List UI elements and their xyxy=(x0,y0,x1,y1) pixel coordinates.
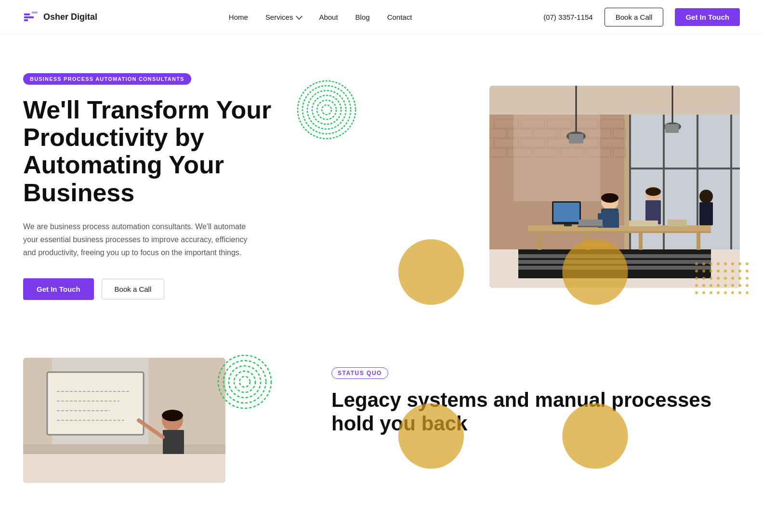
nav-link-blog[interactable]: Blog xyxy=(355,13,370,21)
svg-rect-68 xyxy=(569,134,583,143)
hero-get-in-touch-button[interactable]: Get In Touch xyxy=(23,278,94,300)
nav-item-blog[interactable]: Blog xyxy=(355,13,370,22)
hero-buttons: Get In Touch Book a Call xyxy=(23,278,293,300)
second-section-image xyxy=(23,358,225,483)
logo-text: Osher Digital xyxy=(43,12,97,22)
nav-item-services[interactable]: Services xyxy=(265,13,302,21)
svg-rect-3 xyxy=(32,12,38,13)
hero-title: We'll Transform Your Productivity by Aut… xyxy=(23,96,293,207)
logo-link[interactable]: Osher Digital xyxy=(23,10,97,25)
nav-link-contact[interactable]: Contact xyxy=(387,13,412,21)
phone-number: (07) 3357-1154 xyxy=(543,13,593,21)
svg-point-119 xyxy=(562,403,628,468)
svg-rect-2 xyxy=(24,19,28,21)
svg-point-9 xyxy=(322,105,331,115)
svg-point-149 xyxy=(224,361,266,403)
book-call-button[interactable]: Book a Call xyxy=(605,8,664,26)
logo-icon xyxy=(23,10,39,25)
svg-rect-147 xyxy=(23,454,225,483)
hero-book-call-button[interactable]: Book a Call xyxy=(102,279,165,299)
whiteboard-scene-image xyxy=(23,358,225,483)
green-swirl-second-decoration-icon xyxy=(216,353,274,411)
nav-menu: Home Services About Blog Contact xyxy=(229,13,412,22)
hero-section: Business Process Automation Consultants … xyxy=(0,35,763,329)
hero-description: We are business process automation consu… xyxy=(23,220,254,260)
svg-rect-11 xyxy=(489,86,740,115)
nav-link-about[interactable]: About xyxy=(319,13,338,21)
svg-point-4 xyxy=(298,81,355,139)
hero-content: Business Process Automation Consultants … xyxy=(23,73,293,300)
hero-image-area xyxy=(322,86,740,288)
navbar: Osher Digital Home Services About Blog C… xyxy=(0,0,763,35)
svg-point-117 xyxy=(562,239,628,305)
svg-point-148 xyxy=(218,355,271,408)
nav-item-home[interactable]: Home xyxy=(229,13,248,22)
nav-link-home[interactable]: Home xyxy=(229,13,248,21)
services-chevron-icon xyxy=(296,13,303,20)
hero-badge: Business Process Automation Consultants xyxy=(23,73,191,85)
svg-point-145 xyxy=(162,410,183,421)
get-in-touch-button[interactable]: Get In Touch xyxy=(675,8,740,26)
svg-rect-0 xyxy=(24,13,30,15)
svg-point-151 xyxy=(234,371,255,392)
nav-link-services[interactable]: Services xyxy=(265,13,302,21)
svg-point-5 xyxy=(303,86,351,134)
nav-item-contact[interactable]: Contact xyxy=(387,13,412,22)
green-swirl-decoration-icon xyxy=(293,76,360,143)
svg-point-152 xyxy=(239,376,250,387)
navbar-right: (07) 3357-1154 Book a Call Get In Touch xyxy=(543,8,740,26)
nav-item-about[interactable]: About xyxy=(319,13,338,22)
svg-point-118 xyxy=(398,403,464,468)
dots-right-decoration-icon xyxy=(322,163,759,503)
second-section-image-area xyxy=(23,358,293,483)
svg-rect-71 xyxy=(665,124,679,133)
svg-rect-137 xyxy=(47,372,144,435)
svg-point-116 xyxy=(398,239,464,305)
svg-rect-1 xyxy=(24,16,34,18)
svg-point-8 xyxy=(317,100,336,119)
svg-point-6 xyxy=(307,91,346,129)
